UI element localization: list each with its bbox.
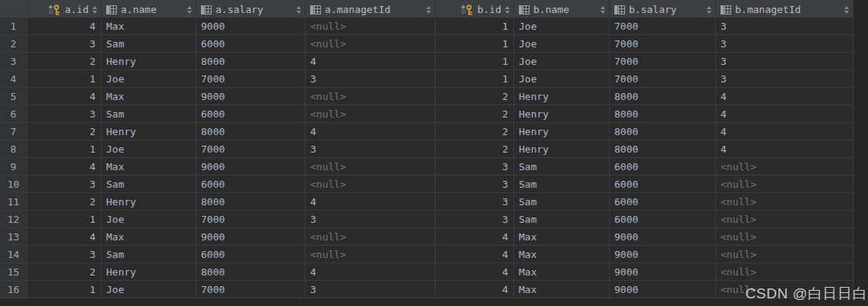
cell-b-name[interactable]: Max: [514, 246, 610, 263]
cell-a-managetId[interactable]: <null>: [306, 158, 436, 176]
row-number[interactable]: 3: [0, 53, 28, 70]
cell-a-name[interactable]: Henry: [102, 263, 196, 281]
cell-a-name[interactable]: Sam: [102, 35, 196, 53]
cell-a-managetId[interactable]: <null>: [306, 35, 436, 53]
cell-a-name[interactable]: Max: [102, 88, 196, 105]
sort-icon[interactable]: [505, 6, 510, 14]
cell-a-salary[interactable]: 7000: [196, 70, 306, 88]
cell-a-name[interactable]: Max: [102, 228, 196, 246]
cell-a-name[interactable]: Sam: [102, 246, 196, 263]
cell-b-salary[interactable]: 9000: [610, 228, 716, 246]
cell-a-salary[interactable]: 6000: [196, 176, 306, 193]
cell-a-id[interactable]: 2: [28, 263, 102, 281]
cell-b-id[interactable]: 3: [436, 158, 514, 176]
cell-a-salary[interactable]: 9000: [196, 228, 306, 246]
cell-b-salary[interactable]: 7000: [610, 18, 716, 35]
cell-a-name[interactable]: Sam: [102, 176, 196, 193]
cell-b-salary[interactable]: 9000: [610, 281, 716, 298]
row-number[interactable]: 9: [0, 158, 28, 176]
cell-b-id[interactable]: 3: [436, 211, 514, 228]
cell-a-managetId[interactable]: <null>: [306, 228, 436, 246]
cell-a-salary[interactable]: 6000: [196, 246, 306, 263]
cell-b-name[interactable]: Sam: [514, 158, 610, 176]
cell-a-id[interactable]: 1: [28, 211, 102, 228]
cell-a-managetId[interactable]: 3: [306, 281, 436, 298]
sort-icon[interactable]: [92, 6, 97, 14]
row-number[interactable]: 8: [0, 140, 28, 158]
cell-a-id[interactable]: 2: [28, 53, 102, 70]
cell-a-salary[interactable]: 7000: [196, 211, 306, 228]
row-number[interactable]: 16: [0, 281, 28, 298]
cell-a-managetId[interactable]: 4: [306, 123, 436, 140]
cell-a-id[interactable]: 1: [28, 281, 102, 298]
cell-a-name[interactable]: Sam: [102, 105, 196, 123]
cell-a-name[interactable]: Joe: [102, 70, 196, 88]
cell-b-salary[interactable]: 6000: [610, 211, 716, 228]
cell-b-salary[interactable]: 8000: [610, 140, 716, 158]
cell-a-managetId[interactable]: 3: [306, 211, 436, 228]
row-number[interactable]: 12: [0, 211, 28, 228]
cell-b-salary[interactable]: 6000: [610, 193, 716, 211]
cell-a-salary[interactable]: 6000: [196, 35, 306, 53]
cell-a-id[interactable]: 4: [28, 228, 102, 246]
cell-a-salary[interactable]: 8000: [196, 263, 306, 281]
cell-b-name[interactable]: Joe: [514, 53, 610, 70]
cell-b-managetId[interactable]: <null>: [716, 193, 853, 211]
cell-a-id[interactable]: 3: [28, 35, 102, 53]
cell-a-managetId[interactable]: <null>: [306, 18, 436, 35]
cell-a-managetId[interactable]: 4: [306, 53, 436, 70]
row-number[interactable]: 1: [0, 18, 28, 35]
row-number[interactable]: 13: [0, 228, 28, 246]
sort-icon[interactable]: [296, 6, 301, 14]
cell-a-id[interactable]: 3: [28, 176, 102, 193]
cell-a-salary[interactable]: 8000: [196, 193, 306, 211]
row-number[interactable]: 4: [0, 70, 28, 88]
cell-a-managetId[interactable]: <null>: [306, 176, 436, 193]
cell-b-id[interactable]: 4: [436, 281, 514, 298]
row-number[interactable]: 6: [0, 105, 28, 123]
cell-a-salary[interactable]: 9000: [196, 88, 306, 105]
cell-b-id[interactable]: 2: [436, 105, 514, 123]
cell-a-id[interactable]: 1: [28, 140, 102, 158]
cell-b-id[interactable]: 4: [436, 263, 514, 281]
cell-a-name[interactable]: Henry: [102, 53, 196, 70]
cell-b-managetId[interactable]: <null>: [716, 246, 853, 263]
cell-b-id[interactable]: 2: [436, 123, 514, 140]
cell-b-name[interactable]: Sam: [514, 211, 610, 228]
cell-b-name[interactable]: Max: [514, 263, 610, 281]
row-number[interactable]: 15: [0, 263, 28, 281]
cell-a-id[interactable]: 2: [28, 193, 102, 211]
cell-a-managetId[interactable]: <null>: [306, 246, 436, 263]
cell-b-id[interactable]: 2: [436, 140, 514, 158]
cell-a-name[interactable]: Henry: [102, 193, 196, 211]
cell-a-managetId[interactable]: <null>: [306, 105, 436, 123]
cell-b-salary[interactable]: 6000: [610, 176, 716, 193]
cell-a-salary[interactable]: 8000: [196, 123, 306, 140]
cell-b-managetId[interactable]: 3: [716, 70, 853, 88]
cell-a-managetId[interactable]: <null>: [306, 88, 436, 105]
cell-b-name[interactable]: Max: [514, 228, 610, 246]
sort-icon[interactable]: [601, 6, 605, 14]
cell-a-salary[interactable]: 9000: [196, 18, 306, 35]
cell-b-name[interactable]: Joe: [514, 70, 610, 88]
cell-b-name[interactable]: Henry: [514, 105, 610, 123]
row-number[interactable]: 14: [0, 246, 28, 263]
cell-a-name[interactable]: Max: [102, 158, 196, 176]
cell-b-salary[interactable]: 6000: [610, 158, 716, 176]
cell-a-name[interactable]: Max: [102, 18, 196, 35]
cell-a-salary[interactable]: 7000: [196, 281, 306, 298]
cell-a-managetId[interactable]: 4: [306, 193, 436, 211]
cell-b-id[interactable]: 1: [436, 18, 514, 35]
cell-b-name[interactable]: Henry: [514, 123, 610, 140]
cell-a-name[interactable]: Joe: [102, 211, 196, 228]
cell-b-id[interactable]: 4: [436, 228, 514, 246]
cell-a-id[interactable]: 1: [28, 70, 102, 88]
cell-a-salary[interactable]: 8000: [196, 53, 306, 70]
cell-b-salary[interactable]: 8000: [610, 105, 716, 123]
cell-b-managetId[interactable]: 3: [716, 53, 853, 70]
cell-b-id[interactable]: 3: [436, 176, 514, 193]
cell-a-name[interactable]: Joe: [102, 281, 196, 298]
cell-a-name[interactable]: Henry: [102, 123, 196, 140]
cell-a-managetId[interactable]: 3: [306, 140, 436, 158]
cell-b-managetId[interactable]: 4: [716, 123, 853, 140]
